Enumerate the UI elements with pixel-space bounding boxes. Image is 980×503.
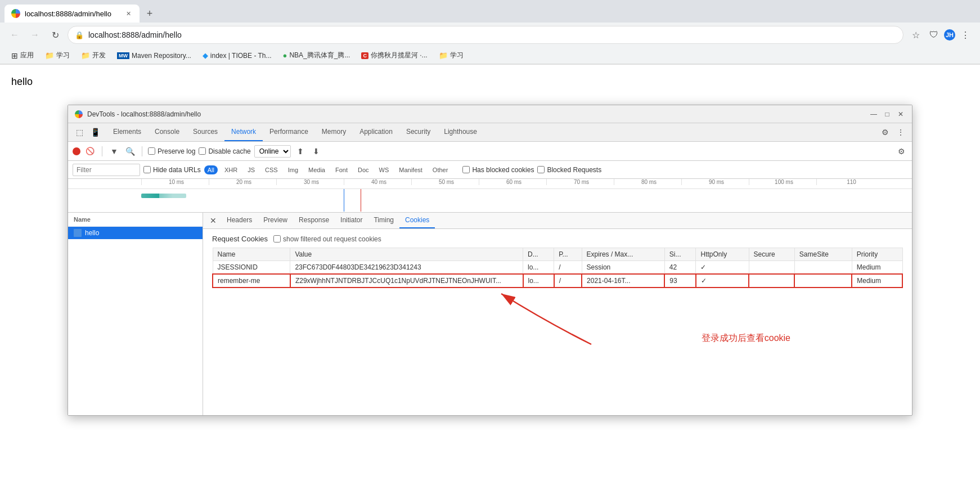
filter-type-media[interactable]: Media (305, 165, 329, 174)
filter-icon[interactable]: ▼ (108, 145, 120, 158)
bookmark-folder-icon: 📁 (45, 51, 54, 60)
main-panel: Name hello ✕ Headers Preview Response In… (68, 213, 912, 415)
new-tab-button[interactable]: + (142, 6, 158, 21)
devtools-minimize-button[interactable]: — (869, 110, 878, 119)
reload-button[interactable]: ↻ (47, 27, 63, 43)
address-bar[interactable]: 🔒 localhost:8888/admin/hello (68, 26, 903, 44)
has-blocked-text: Has blocked cookies (472, 166, 534, 174)
detail-tab-cookies[interactable]: Cookies (399, 213, 435, 228)
cookie-row-0[interactable]: JSESSIONID23FC673D0F44803DE34219623D3412… (213, 261, 902, 275)
tab-elements[interactable]: Elements (106, 123, 148, 141)
tab-close-button[interactable]: ✕ (124, 9, 133, 18)
show-filtered-checkbox[interactable] (273, 235, 281, 242)
filter-type-font[interactable]: Font (332, 165, 351, 174)
detail-tab-response[interactable]: Response (293, 213, 335, 228)
filter-type-css[interactable]: CSS (262, 165, 281, 174)
detail-tab-timing[interactable]: Timing (368, 213, 399, 228)
menu-icon[interactable]: ⋮ (957, 27, 973, 43)
cookies-table: Name Value D... P... Expires / Max... Si… (212, 248, 903, 288)
bookmark-xuexi1[interactable]: 📁 学习 (41, 50, 74, 61)
timeline-mark-40: 40 ms (344, 179, 411, 185)
filter-type-manifest[interactable]: Manifest (395, 165, 426, 174)
disable-cache-checkbox[interactable] (199, 147, 206, 155)
detail-tab-initiator[interactable]: Initiator (335, 213, 368, 228)
import-har-icon[interactable]: ⬆ (294, 145, 307, 158)
bookmark-nba-icon: ● (283, 51, 287, 60)
tab-application[interactable]: Application (353, 123, 399, 141)
bookmark-maven[interactable]: MW Maven Repository... (113, 51, 196, 61)
tab-network[interactable]: Network (224, 123, 263, 141)
network-toolbar: 🚫 ▼ 🔍 Preserve log Disable cache Online … (68, 142, 912, 161)
export-har-icon[interactable]: ⬇ (310, 145, 322, 158)
detail-tabs: ✕ Headers Preview Response Initiator Tim… (203, 213, 912, 229)
filter-type-other[interactable]: Other (429, 165, 452, 174)
file-item-hello[interactable]: hello (68, 227, 203, 239)
hide-data-urls-label[interactable]: Hide data URLs (143, 166, 201, 174)
devtools-window: DevTools - localhost:8888/admin/hello — … (68, 105, 912, 416)
tab-performance[interactable]: Performance (263, 123, 315, 141)
blocked-requests-checkbox[interactable] (537, 166, 545, 173)
timeline-mark-110: 110 (816, 179, 884, 185)
url-text: localhost:8888/admin/hello (88, 30, 896, 39)
has-blocked-checkbox[interactable] (462, 166, 470, 173)
has-blocked-label[interactable]: Has blocked cookies (462, 166, 534, 174)
filter-type-doc[interactable]: Doc (354, 165, 372, 174)
browser-tab[interactable]: localhost:8888/admin/hello ✕ (5, 5, 140, 23)
shield-extension-icon[interactable]: 🛡 (926, 27, 942, 43)
filter-type-all[interactable]: All (204, 165, 218, 174)
filter-type-js[interactable]: JS (244, 165, 258, 174)
bookmark-label3: Maven Repository... (132, 52, 191, 60)
bookmark-tiobe[interactable]: ◆ index | TIOBE - Th... (198, 50, 276, 61)
cookie-cell-domain: lo... (523, 274, 554, 288)
bookmark-poet[interactable]: C 你携秋月揽星河 ·... (357, 50, 431, 61)
bookmark-kaifa[interactable]: 📁 开发 (77, 50, 110, 61)
bookmarks-bar: ⊞ 应用 📁 学习 📁 开发 MW Maven Repository... ◆ … (0, 47, 980, 64)
filter-type-img[interactable]: Img (285, 165, 302, 174)
devtools-close-button[interactable]: ✕ (896, 110, 905, 119)
filter-type-xhr[interactable]: XHR (221, 165, 241, 174)
bookmark-label7: 学习 (450, 51, 464, 60)
record-button[interactable] (73, 147, 80, 155)
bookmark-nba[interactable]: ● NBA_腾讯体育_腾... (278, 50, 355, 61)
devtools-settings-icon[interactable]: ⚙ (878, 125, 892, 139)
timeline-bars (68, 189, 912, 212)
clear-log-button[interactable]: 🚫 (84, 145, 96, 158)
network-settings-icon[interactable]: ⚙ (895, 145, 907, 158)
cookie-cell-name: JSESSIONID (213, 261, 290, 275)
detail-tab-headers[interactable]: Headers (221, 213, 258, 228)
cookie-row-1[interactable]: remember-meZ29xWjhhNTJNTDRBJTJCcUQ1c1NpU… (213, 274, 902, 288)
profile-icon[interactable]: JH (944, 29, 955, 41)
annotation-text: 登录成功后查看cookie (702, 333, 790, 344)
detail-tab-preview[interactable]: Preview (258, 213, 293, 228)
timeline-bar (141, 194, 186, 198)
bookmark-xuexi2[interactable]: 📁 学习 (434, 50, 468, 61)
device-toolbar-icon[interactable]: 📱 (88, 125, 102, 139)
preserve-log-checkbox[interactable] (148, 147, 155, 155)
cookie-cell-priority: Medium (852, 261, 902, 275)
preserve-log-label[interactable]: Preserve log (148, 147, 195, 155)
filter-input[interactable] (73, 164, 140, 176)
devtools-maximize-button[interactable]: □ (883, 110, 892, 119)
tab-security[interactable]: Security (399, 123, 437, 141)
col-path: P... (554, 248, 582, 261)
tab-memory[interactable]: Memory (315, 123, 353, 141)
back-button[interactable]: ← (7, 27, 23, 43)
tab-sources[interactable]: Sources (186, 123, 224, 141)
tab-console[interactable]: Console (148, 123, 186, 141)
tab-lighthouse[interactable]: Lighthouse (437, 123, 484, 141)
bookmarks-apps-button[interactable]: ⊞ 应用 (7, 50, 38, 61)
hide-data-urls-checkbox[interactable] (143, 166, 151, 173)
col-httponly: HttpOnly (696, 248, 749, 261)
show-filtered-label[interactable]: show filtered out request cookies (273, 235, 381, 243)
detail-close-button[interactable]: ✕ (208, 213, 219, 228)
devtools-more-icon[interactable]: ⋮ (894, 125, 907, 139)
throttle-select[interactable]: Online (254, 145, 291, 158)
forward-button[interactable]: → (27, 27, 43, 43)
blocked-requests-label[interactable]: Blocked Requests (537, 166, 601, 174)
inspect-element-icon[interactable]: ⬚ (73, 125, 86, 139)
disable-cache-label[interactable]: Disable cache (199, 147, 250, 155)
bookmark-star-icon[interactable]: ☆ (908, 27, 924, 43)
search-icon[interactable]: 🔍 (124, 145, 136, 158)
cookie-cell-domain: lo... (523, 261, 554, 275)
filter-type-ws[interactable]: WS (376, 165, 393, 174)
